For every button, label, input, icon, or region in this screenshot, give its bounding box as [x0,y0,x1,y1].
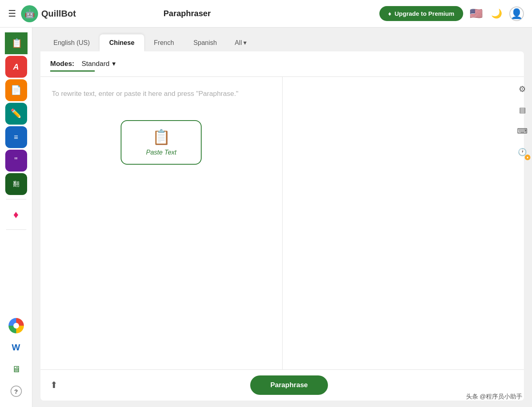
upgrade-label: Upgrade to Premium [394,10,454,17]
paste-button-container: 📋 Paste Text [52,120,271,165]
sidebar-item-premium[interactable]: ♦ [5,204,27,225]
settings-icon-button[interactable]: ⚙ [515,82,530,96]
sidebar-item-grammar[interactable]: A [5,56,27,78]
sidebar-item-desktop[interactable]: 🖥 [5,358,27,380]
sidebar-divider [6,199,26,199]
paraphrase-button[interactable]: Paraphrase [250,375,328,395]
editor-placeholder: To rewrite text, enter or paste it here … [52,88,271,100]
watermark: 头条 @程序员小助手 [466,393,522,401]
sidebar-item-summarizer[interactable]: 📄 [5,79,27,101]
language-flag-icon[interactable]: 🇺🇸 [469,6,483,21]
hamburger-menu-icon[interactable]: ☰ [8,8,16,19]
dark-mode-toggle[interactable]: 🌙 [489,6,504,21]
sidebar-divider-2 [6,229,26,230]
right-icons-panel: ⚙ ▤ ⌨ 🕐 ♦ [513,77,532,164]
editor-panels: To rewrite text, enter or paste it here … [40,76,524,369]
upgrade-button[interactable]: ♦ Upgrade to Premium [379,6,463,21]
help-icon: ? [11,386,22,397]
desktop-icon: 🖥 [12,364,21,375]
paraphraser-icon: 📋 [11,38,22,49]
header-left: ☰ 🤖 QuillBot [8,5,76,22]
chrome-icon [9,318,24,333]
sidebar: 📋 A 📄 ✏️ ≡ " 翻 ♦ W [0,28,32,407]
settings-icon: ⚙ [519,84,526,94]
gem-icon: ♦ [13,208,19,221]
diamond-icon: ♦ [388,10,392,17]
sidebar-item-chrome[interactable] [5,315,27,337]
sidebar-item-word[interactable]: W [5,337,27,358]
output-panel [283,77,524,369]
main-layout: 📋 A 📄 ✏️ ≡ " 翻 ♦ W [0,28,532,407]
modes-dropdown-icon: ▾ [112,59,116,68]
header: ☰ 🤖 QuillBot Paraphraser ♦ Upgrade to Pr… [0,0,532,28]
paste-text-button[interactable]: 📋 Paste Text [121,120,202,165]
history-icon-button[interactable]: 🕐 ♦ [515,145,530,159]
tab-french[interactable]: French [144,34,184,51]
page-title: Paraphraser [164,9,211,18]
input-panel[interactable]: To rewrite text, enter or paste it here … [40,77,283,369]
synonyms-icon: ▤ [519,106,526,114]
right-panel: English (US) Chinese French Spanish All … [32,28,532,407]
cowriter-icon: ✏️ [11,108,21,119]
flow-icon: ≡ [14,133,18,142]
paste-label: Paste Text [146,149,177,156]
modes-label: Modes: [50,60,74,68]
history-premium-badge: ♦ [525,155,530,160]
tab-spanish[interactable]: Spanish [184,34,227,51]
sidebar-item-cowriter[interactable]: ✏️ [5,103,27,125]
upload-file-icon[interactable]: ⬆ [50,380,57,390]
synonyms-icon-button[interactable]: ▤ [515,103,530,117]
modes-bar: Modes: Standard ▾ [40,51,524,70]
modes-underline [50,70,95,72]
sidebar-bottom: W 🖥 ? [5,315,27,402]
word-icon: W [12,342,20,353]
tab-all[interactable]: All ▾ [227,34,255,51]
keyboard-icon-button[interactable]: ⌨ [515,124,530,138]
summarizer-icon: 📄 [11,85,21,95]
editor-container: Modes: Standard ▾ To rewrite text, enter… [40,51,524,401]
sidebar-item-paraphraser[interactable]: 📋 [5,32,28,54]
sidebar-item-help[interactable]: ? [5,380,27,402]
tab-english-us[interactable]: English (US) [44,34,100,51]
logo-text: QuillBot [41,8,76,19]
language-tabs: English (US) Chinese French Spanish All … [40,34,524,51]
modes-select[interactable]: Standard ▾ [78,58,120,70]
modes-selected-value: Standard [82,60,110,68]
user-profile-icon[interactable]: 👤 [509,6,524,21]
sidebar-item-flow[interactable]: ≡ [5,126,27,148]
tab-chinese[interactable]: Chinese [100,34,144,51]
clipboard-icon: 📋 [152,129,170,146]
logo-container: 🤖 QuillBot [21,5,76,22]
keyboard-icon: ⌨ [517,127,528,136]
dropdown-chevron-icon: ▾ [243,39,247,47]
bottom-bar: ⬆ Paraphrase [40,369,524,401]
sidebar-item-citation[interactable]: " [5,150,27,172]
sidebar-item-translator[interactable]: 翻 [5,173,27,195]
grammar-icon: A [13,62,19,72]
citation-icon: " [15,155,18,166]
header-right: ♦ Upgrade to Premium 🇺🇸 🌙 👤 [379,6,524,21]
logo-icon: 🤖 [21,5,38,22]
all-label: All [235,39,242,47]
translator-icon: 翻 [13,180,19,189]
